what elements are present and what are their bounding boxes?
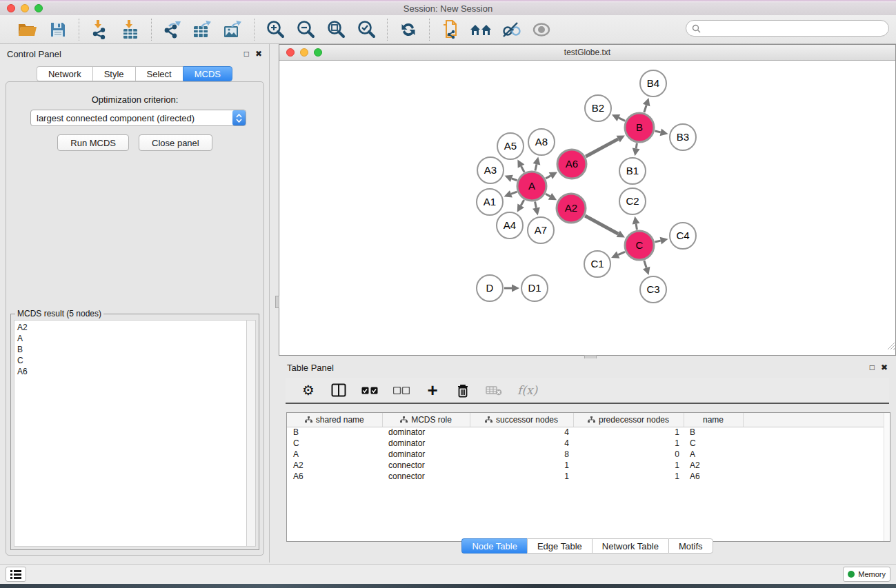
edge-B-B4[interactable]: [644, 105, 646, 112]
export-image-button[interactable]: [221, 18, 246, 41]
apply-function-button[interactable]: f(x): [517, 383, 537, 397]
export-network-button[interactable]: [160, 18, 185, 41]
zoom-in-button[interactable]: [263, 18, 288, 41]
zoom-selected-button[interactable]: [354, 18, 379, 41]
close-panel-button[interactable]: Close panel: [139, 134, 212, 151]
tab-select[interactable]: Select: [135, 66, 183, 81]
save-session-button[interactable]: [46, 18, 70, 41]
result-list-item[interactable]: A: [17, 333, 243, 344]
new-network-from-selection-button[interactable]: [438, 18, 463, 41]
result-list-item[interactable]: C: [17, 355, 243, 366]
node-D[interactable]: D: [477, 275, 503, 301]
mcds-result-list[interactable]: A2ABCA6: [14, 320, 246, 547]
edge-A-A8[interactable]: [535, 164, 537, 170]
task-history-button[interactable]: [6, 567, 26, 582]
table-row[interactable]: A6connector11A6: [287, 471, 890, 482]
node-C4[interactable]: C4: [670, 223, 696, 249]
network-canvas[interactable]: AA1A2A3A4A5A6A7A8BB1B2B3B4CC1C2C3C4DD1: [279, 61, 895, 355]
zoom-fit-button[interactable]: [323, 18, 348, 41]
table-row[interactable]: Bdominator41B: [287, 427, 890, 438]
network-close-button[interactable]: [286, 48, 295, 57]
delete-column-button[interactable]: [455, 383, 470, 398]
edge-B-B1[interactable]: [636, 143, 637, 149]
export-table-button[interactable]: [190, 18, 215, 41]
column-header-shared-name[interactable]: shared name: [287, 413, 382, 427]
tab-mcds[interactable]: MCDS: [183, 66, 232, 81]
result-list-item[interactable]: A6: [17, 366, 243, 377]
zoom-out-button[interactable]: [293, 18, 318, 41]
node-A3[interactable]: A3: [477, 157, 504, 183]
table-row[interactable]: Adominator80A: [287, 449, 890, 460]
search-field[interactable]: [686, 20, 889, 37]
column-header-MCDS-role[interactable]: MCDS role: [382, 413, 470, 427]
panel-splitter-grip-vertical[interactable]: [275, 296, 279, 308]
column-header-predecessor-nodes[interactable]: predecessor nodes: [573, 413, 684, 427]
node-A1[interactable]: A1: [477, 189, 503, 215]
node-A8[interactable]: A8: [528, 129, 555, 155]
network-graph[interactable]: AA1A2A3A4A5A6A7A8BB1B2B3B4CC1C2C3C4DD1: [279, 61, 895, 355]
table-row[interactable]: Cdominator41C: [287, 438, 890, 449]
show-columns-button[interactable]: [331, 383, 346, 397]
edge-B-B2[interactable]: [619, 118, 625, 121]
criterion-dropdown[interactable]: largest connected component (directed): [30, 110, 246, 126]
edge-B-B3[interactable]: [655, 131, 660, 132]
close-panel-icon[interactable]: ✖: [255, 50, 262, 58]
refresh-button[interactable]: [396, 18, 421, 41]
table-scrollbar[interactable]: [884, 413, 890, 541]
result-list-item[interactable]: A2: [17, 322, 243, 333]
float-table-panel-icon[interactable]: □: [870, 363, 875, 372]
node-C1[interactable]: C1: [584, 251, 610, 277]
tab-network[interactable]: Network: [37, 66, 92, 81]
first-neighbors-button[interactable]: [468, 18, 493, 41]
edge-A2-C[interactable]: [585, 216, 618, 234]
result-list-item[interactable]: B: [17, 344, 243, 355]
edge-A-A5[interactable]: [521, 166, 525, 172]
result-scrollbar[interactable]: [246, 320, 256, 547]
edge-C-C4[interactable]: [655, 241, 660, 242]
node-A2[interactable]: A2: [557, 194, 586, 223]
node-A5[interactable]: A5: [497, 133, 524, 159]
zoom-window-button[interactable]: [34, 4, 43, 12]
edge-C-C3[interactable]: [644, 261, 646, 268]
hide-labels-button[interactable]: [499, 18, 524, 41]
memory-button[interactable]: Memory: [843, 567, 890, 582]
minimize-window-button[interactable]: [21, 4, 29, 12]
edge-A-A7[interactable]: [535, 202, 537, 208]
tab-edge-table[interactable]: Edge Table: [527, 538, 592, 554]
table-row[interactable]: A2connector11A2: [287, 460, 890, 471]
node-C[interactable]: C: [625, 231, 654, 260]
node-B4[interactable]: B4: [640, 70, 666, 97]
edge-A-A2[interactable]: [546, 194, 550, 196]
node-C2[interactable]: C2: [619, 188, 646, 214]
show-graphics-details-button[interactable]: [529, 18, 554, 41]
edge-A-A1[interactable]: [511, 192, 517, 194]
node-B3[interactable]: B3: [670, 124, 696, 150]
column-header-successor-nodes[interactable]: successor nodes: [470, 413, 573, 427]
import-table-button[interactable]: [118, 18, 143, 41]
edge-A-A4[interactable]: [521, 200, 524, 205]
table-settings-button[interactable]: ⚙: [301, 383, 316, 397]
node-D1[interactable]: D1: [521, 275, 548, 301]
edge-C-C2[interactable]: [636, 224, 637, 230]
select-all-button[interactable]: [361, 387, 378, 394]
tab-motifs[interactable]: Motifs: [668, 538, 713, 554]
node-A6[interactable]: A6: [557, 150, 586, 179]
node-B1[interactable]: B1: [619, 158, 646, 184]
edge-C-C1[interactable]: [618, 252, 625, 254]
open-file-button[interactable]: [15, 18, 40, 41]
search-input[interactable]: [704, 23, 888, 33]
import-network-button[interactable]: [88, 18, 112, 41]
run-mcds-button[interactable]: Run MCDS: [57, 134, 129, 151]
network-zoom-button[interactable]: [314, 48, 322, 57]
delete-table-button[interactable]: [486, 385, 502, 396]
node-A[interactable]: A: [517, 172, 546, 201]
node-B2[interactable]: B2: [585, 95, 611, 121]
close-table-panel-icon[interactable]: ✖: [881, 363, 888, 372]
node-C3[interactable]: C3: [640, 276, 666, 303]
column-header-name[interactable]: name: [684, 413, 743, 427]
node-B[interactable]: B: [625, 113, 654, 142]
network-minimize-button[interactable]: [300, 48, 308, 57]
edge-A-A3[interactable]: [512, 179, 517, 181]
edge-A-A6[interactable]: [546, 176, 550, 179]
node-A4[interactable]: A4: [497, 212, 523, 239]
